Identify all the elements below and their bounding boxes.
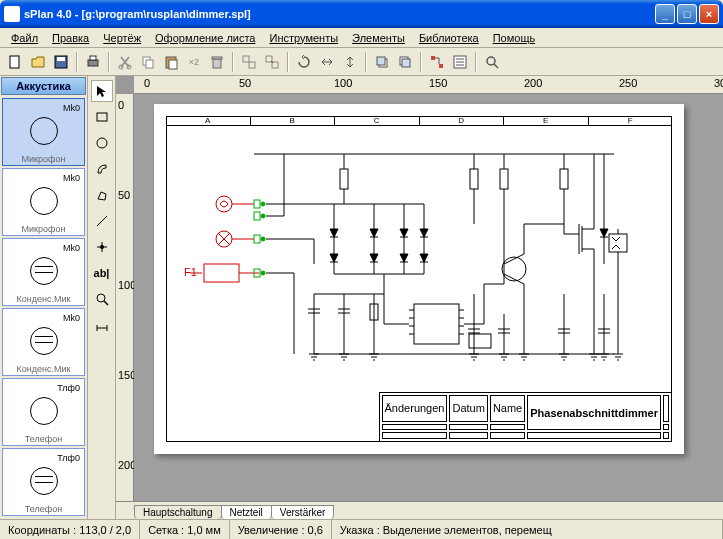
svg-rect-22: [431, 56, 435, 60]
svg-line-29: [494, 64, 498, 68]
sheet-tab-main[interactable]: Hauptschaltung: [134, 505, 222, 519]
palette-item-0[interactable]: Mk0Микрофон: [2, 98, 85, 166]
palette-symbol: [30, 187, 58, 215]
menu-file[interactable]: Файл: [4, 30, 45, 46]
component-palette: Аккустика Mk0МикрофонMk0МикрофонMk0Конде…: [0, 76, 88, 519]
palette-item-5[interactable]: Тлф0Телефон: [2, 448, 85, 516]
svg-point-36: [97, 294, 105, 302]
palette-caption: Телефон: [25, 504, 62, 514]
palette-symbol: [30, 327, 58, 355]
palette-item-2[interactable]: Mk0Конденс.Мик: [2, 238, 85, 306]
snap-button[interactable]: [426, 51, 448, 73]
svg-rect-3: [88, 60, 98, 66]
flip-h-button[interactable]: [316, 51, 338, 73]
svg-rect-49: [204, 264, 239, 282]
ungroup-button[interactable]: [261, 51, 283, 73]
svg-rect-91: [560, 169, 568, 189]
polygon-tool[interactable]: [91, 184, 113, 206]
save-button[interactable]: [50, 51, 72, 73]
palette-ref: Тлф0: [57, 383, 80, 393]
palette-ref: Mk0: [63, 313, 80, 323]
svg-rect-13: [243, 56, 249, 62]
menu-library[interactable]: Библиотека: [412, 30, 486, 46]
statusbar: Координаты : 113,0 / 2,0 Сетка : 1,0 мм …: [0, 519, 723, 539]
titlebar: sPlan 4.0 - [g:\program\rusplan\dimmer.s…: [0, 0, 723, 28]
svg-rect-2: [57, 57, 65, 61]
svg-rect-0: [10, 56, 19, 68]
palette-caption: Телефон: [25, 434, 62, 444]
duplicate-button[interactable]: ×2: [183, 51, 205, 73]
delete-button[interactable]: [206, 51, 228, 73]
svg-rect-23: [439, 64, 443, 68]
svg-rect-4: [90, 56, 96, 60]
status-coords: Координаты : 113,0 / 2,0: [0, 520, 140, 539]
menu-sheet[interactable]: Оформление листа: [148, 30, 262, 46]
open-button[interactable]: [27, 51, 49, 73]
canvas-area: 050100150200250300 050100150200 ABCDEF: [116, 76, 723, 519]
rect-tool[interactable]: [91, 106, 113, 128]
menu-edit[interactable]: Правка: [45, 30, 96, 46]
svg-point-35: [100, 245, 104, 249]
measure-tool[interactable]: [91, 314, 113, 336]
zoom-tool[interactable]: [91, 288, 113, 310]
paste-button[interactable]: [160, 51, 182, 73]
svg-rect-163: [414, 304, 459, 344]
node-tool[interactable]: [91, 236, 113, 258]
svg-rect-8: [146, 60, 153, 68]
rotate-button[interactable]: [293, 51, 315, 73]
cut-button[interactable]: [114, 51, 136, 73]
palette-caption: Конденс.Мик: [17, 294, 71, 304]
menu-help[interactable]: Помощь: [486, 30, 543, 46]
menu-tools[interactable]: Инструменты: [263, 30, 346, 46]
special-tool[interactable]: [91, 158, 113, 180]
circle-tool[interactable]: [91, 132, 113, 154]
palette-category[interactable]: Аккустика: [1, 77, 86, 95]
list-button[interactable]: [449, 51, 471, 73]
svg-point-54: [261, 202, 265, 206]
palette-ref: Тлф0: [57, 453, 80, 463]
flip-v-button[interactable]: [339, 51, 361, 73]
status-hint: Указка : Выделение элементов, перемещ: [332, 520, 723, 539]
palette-item-4[interactable]: Тлф0Телефон: [2, 378, 85, 446]
palette-item-1[interactable]: Mk0Микрофон: [2, 168, 85, 236]
drawing-canvas[interactable]: ABCDEF: [134, 94, 723, 501]
palette-caption: Микрофон: [22, 224, 66, 234]
svg-rect-30: [97, 113, 107, 121]
drawing-tools: ab|: [88, 76, 116, 519]
group-button[interactable]: [238, 51, 260, 73]
sheet-tab-verstaerker[interactable]: Verstärker: [271, 505, 335, 519]
svg-rect-12: [212, 57, 222, 59]
minimize-button[interactable]: _: [655, 4, 675, 24]
svg-rect-53: [254, 200, 260, 208]
svg-rect-19: [377, 57, 385, 65]
print-button[interactable]: [82, 51, 104, 73]
back-button[interactable]: [394, 51, 416, 73]
palette-symbol: [30, 397, 58, 425]
maximize-button[interactable]: □: [677, 4, 697, 24]
svg-rect-21: [402, 59, 410, 67]
line-tool[interactable]: [91, 210, 113, 232]
search-button[interactable]: [481, 51, 503, 73]
svg-point-97: [502, 257, 526, 281]
svg-point-58: [261, 214, 265, 218]
svg-line-17: [271, 61, 273, 63]
palette-symbol: [30, 117, 58, 145]
menu-elements[interactable]: Элементы: [345, 30, 412, 46]
app-icon: [4, 6, 20, 22]
sheet-tab-netzteil[interactable]: Netzteil: [221, 505, 272, 519]
front-button[interactable]: [371, 51, 393, 73]
palette-item-3[interactable]: Mk0Конденс.Мик: [2, 308, 85, 376]
close-button[interactable]: ×: [699, 4, 719, 24]
sheet-page: ABCDEF: [154, 104, 684, 454]
pointer-tool[interactable]: [91, 80, 113, 102]
sheet-tabs: Hauptschaltung Netzteil Verstärker: [116, 501, 723, 519]
window-title: sPlan 4.0 - [g:\program\rusplan\dimmer.s…: [24, 8, 655, 20]
toolbar: ×2: [0, 48, 723, 76]
new-button[interactable]: [4, 51, 26, 73]
menubar: Файл Правка Чертёж Оформление листа Инст…: [0, 28, 723, 48]
copy-button[interactable]: [137, 51, 159, 73]
palette-ref: Mk0: [63, 103, 80, 113]
palette-symbol: [30, 257, 58, 285]
text-tool[interactable]: ab|: [91, 262, 113, 284]
menu-drawing[interactable]: Чертёж: [96, 30, 148, 46]
